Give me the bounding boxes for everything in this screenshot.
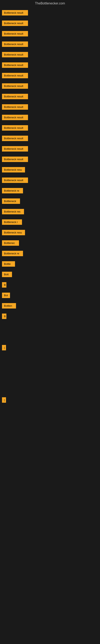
list-item: Bottleneck result	[0, 101, 100, 112]
bottleneck-result-badge: Bottleneck re	[2, 251, 23, 256]
bottleneck-result-badge: Bottleneck result	[2, 178, 28, 183]
list-item: Bottlenec	[0, 237, 100, 248]
bottleneck-result-badge: Bottleneck	[2, 198, 20, 204]
bottleneck-result-badge: Bottleneck result	[2, 125, 28, 130]
list-item: |	[0, 342, 100, 352]
bottleneck-result-badge: Bott	[2, 272, 12, 277]
list-item: Bot	[0, 290, 100, 300]
site-title: TheBottlenecker.com	[0, 0, 100, 7]
list-item: Bottleneck result	[0, 90, 100, 101]
list-item: Bottleneck result	[0, 38, 100, 49]
list-item	[0, 352, 100, 363]
list-item: Bottleneck result	[0, 28, 100, 38]
list-item: Bottleneck r	[0, 216, 100, 226]
bottleneck-result-badge: Bottleneck result	[2, 42, 28, 47]
bottleneck-result-badge: Bottleneck result	[2, 31, 28, 36]
list-item: Bottleneck re	[0, 185, 100, 195]
bottleneck-result-badge: Bottleneck result	[2, 156, 28, 162]
list-item: B	[0, 279, 100, 290]
bottleneck-result-badge: Bottleneck result	[2, 10, 28, 16]
list-item	[0, 373, 100, 384]
list-item: Bottleneck result	[0, 49, 100, 59]
list-item	[0, 363, 100, 373]
list-item	[0, 321, 100, 331]
list-item: Bottleneck result	[0, 132, 100, 143]
list-item: Bott	[0, 268, 100, 279]
bottleneck-result-badge: B	[2, 282, 6, 288]
bottleneck-result-badge: Bottleneck result	[2, 104, 28, 110]
list-item: Bottleneck result	[0, 59, 100, 70]
bottleneck-result-badge: B	[2, 314, 6, 319]
bottleneck-result-badge: Bottleneck r	[2, 219, 22, 225]
bottleneck-result-badge: Bottleneck result	[2, 136, 28, 141]
bottleneck-result-badge: Bottleneck resu	[2, 167, 25, 172]
list-item: Bottleneck result	[0, 7, 100, 17]
bottleneck-result-badge: |	[2, 397, 6, 403]
bottleneck-result-badge: Bottle	[2, 261, 15, 267]
bottleneck-result-badge: Bottleneck res	[2, 209, 24, 214]
list-item: Bottleneck res	[0, 206, 100, 216]
list-item: Bottleneck result	[0, 80, 100, 90]
list-item: Bottleneck resu	[0, 226, 100, 237]
bottleneck-result-badge: Bottleneck result	[2, 20, 28, 26]
bottleneck-result-badge: Bottleneck result	[2, 62, 28, 68]
list-item	[0, 331, 100, 342]
bottleneck-result-badge: Bottleneck result	[2, 146, 28, 152]
bottleneck-result-badge: |	[2, 345, 6, 350]
list-item: Bottleneck resu	[0, 164, 100, 174]
list-item	[0, 384, 100, 394]
bottleneck-result-badge: Bottleneck result	[2, 94, 28, 99]
list-item: Bottleneck result	[0, 153, 100, 164]
list-item: Bottleneck result	[0, 17, 100, 28]
list-item: Bottleneck result	[0, 143, 100, 153]
bottleneck-result-badge: Bottleneck resu	[2, 230, 25, 235]
bottleneck-result-badge: Bottleneck result	[2, 73, 28, 78]
bottleneck-result-badge: Bot	[2, 292, 10, 298]
bottleneck-result-badge: Bottleneck result	[2, 52, 28, 57]
bottleneck-result-badge: Bottleneck re	[2, 188, 23, 194]
list-item: Bottleneck result	[0, 174, 100, 185]
list-item: B	[0, 310, 100, 321]
list-item: Bottleneck result	[0, 70, 100, 80]
bottleneck-result-badge: Bottleneck result	[2, 83, 28, 89]
bottleneck-result-badge: Bottleneck result	[2, 115, 28, 120]
bottleneck-result-badge: Bottlenec	[2, 240, 19, 246]
list-item: Bottleneck result	[0, 112, 100, 122]
list-item: Bottlen	[0, 300, 100, 310]
bottleneck-result-badge: Bottlen	[2, 303, 16, 308]
list-item: Bottleneck result	[0, 122, 100, 132]
list-item: Bottleneck	[0, 195, 100, 206]
list-item: Bottleneck re	[0, 248, 100, 258]
list-item: Bottle	[0, 258, 100, 268]
list-item: |	[0, 394, 100, 404]
